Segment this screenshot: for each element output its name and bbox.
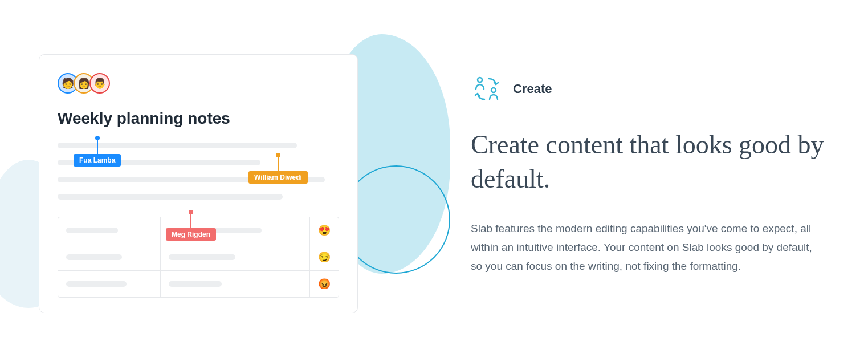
cursor-label: Meg Rigden [166, 228, 216, 241]
section-label: Create [513, 82, 552, 96]
document-title: Weekly planning notes [58, 109, 339, 128]
collaborator-cursor: Fua Lamba [74, 136, 121, 167]
cursor-dot-icon [276, 153, 280, 157]
emoji-icon: 😍 [310, 217, 339, 244]
editor-card-illustration: 🧑 👩 👨 Weekly planning notes Fua Lamba Wi… [39, 54, 358, 313]
cursor-label: Fua Lamba [74, 154, 121, 167]
decorative-circle [342, 165, 450, 274]
avatar-group: 🧑 👩 👨 [58, 73, 339, 94]
emoji-icon: 😡 [310, 271, 339, 297]
cursor-dot-icon [189, 210, 193, 214]
table-row: 😏 [58, 244, 339, 271]
section-header: Create [471, 73, 824, 105]
collaboration-icon [471, 73, 503, 105]
feature-body-text: Slab features the modern editing capabil… [471, 219, 824, 276]
collaborator-cursor: William Diwedi [248, 153, 308, 184]
cursor-dot-icon [95, 136, 100, 140]
feature-description: Create Create content that looks good by… [471, 73, 824, 275]
collaborator-cursor: Meg Rigden [166, 210, 216, 241]
text-placeholder-lines: Fua Lamba William Diwedi [58, 143, 339, 200]
table-row: 😡 [58, 271, 339, 297]
emoji-icon: 😏 [310, 244, 339, 270]
svg-point-1 [491, 88, 496, 92]
feature-headline: Create content that looks good by defaul… [471, 128, 824, 196]
svg-point-0 [478, 78, 482, 82]
avatar: 👨 [89, 73, 110, 94]
cursor-label: William Diwedi [248, 171, 308, 184]
